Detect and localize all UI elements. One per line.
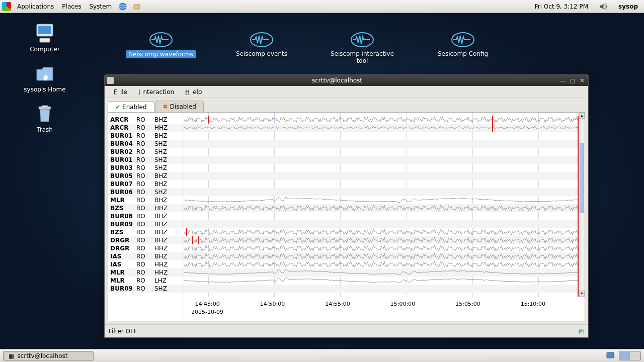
- applications-menu[interactable]: Applications: [13, 2, 58, 12]
- computer-label: Computer: [22, 46, 67, 53]
- channel-row[interactable]: ARCRROHHZ: [108, 124, 184, 132]
- browser-launcher-icon[interactable]: [118, 2, 127, 11]
- config-label: Sesicomp Config: [438, 50, 488, 57]
- workspace-pager[interactable]: [619, 351, 641, 360]
- tab-disabled[interactable]: ✖Disabled: [155, 101, 204, 112]
- user-menu[interactable]: sysop: [614, 2, 642, 12]
- time-tick: 14:45:00: [195, 301, 219, 307]
- channel-row[interactable]: BUR01ROSHZ: [108, 156, 184, 164]
- help-menu[interactable]: Help: [179, 87, 205, 97]
- channel-row[interactable]: MLRROHHZ: [108, 268, 184, 277]
- svg-rect-4: [38, 26, 51, 34]
- time-tick: 14:55:00: [325, 301, 350, 307]
- channel-row[interactable]: MLRROBHZ: [108, 196, 184, 204]
- window-icon: [107, 77, 114, 84]
- waveforms-label: Seiscomp waveforms: [126, 50, 196, 58]
- channel-row[interactable]: MLRROLHZ: [108, 277, 184, 285]
- vertical-scrollbar[interactable]: ▴ ▾: [579, 113, 585, 297]
- window-title: scrttv@localhost: [117, 77, 557, 84]
- channel-row[interactable]: BUR07ROBHZ: [108, 180, 184, 188]
- desktop[interactable]: Computer sysop's Home Trash Seiscomp wav…: [0, 13, 644, 349]
- file-menu[interactable]: File: [108, 87, 130, 97]
- statusbar: Filter OFF ◩: [105, 324, 588, 337]
- home-folder-icon[interactable]: sysop's Home: [22, 63, 67, 93]
- channel-row[interactable]: BZSROBHZ: [108, 228, 184, 236]
- channel-row[interactable]: IASROHHZ: [108, 260, 184, 268]
- x-icon: ✖: [163, 103, 168, 110]
- time-tick: 15:05:00: [455, 301, 480, 307]
- channel-row[interactable]: BUR09ROBHZ: [108, 220, 184, 228]
- channel-row[interactable]: BUR05ROBHZ: [108, 172, 184, 180]
- check-icon: ✔: [115, 104, 120, 111]
- resize-grip-icon[interactable]: ◩: [579, 328, 584, 335]
- channel-row[interactable]: BUR06ROSHZ: [108, 188, 184, 196]
- time-axis: 14:45:0014:50:0014:55:0015:00:0015:05:00…: [184, 299, 579, 319]
- channel-row[interactable]: DRGRROBHZ: [108, 236, 184, 244]
- svg-rect-5: [40, 38, 50, 42]
- time-date: 2015-10-09: [191, 309, 223, 315]
- seiscomp-config-launcher[interactable]: Sesicomp Config: [428, 31, 498, 64]
- channel-row[interactable]: BUR09ROSHZ: [108, 285, 184, 293]
- channel-row[interactable]: BUR08ROBHZ: [108, 212, 184, 220]
- svg-rect-11: [607, 352, 614, 358]
- tab-disabled-label: Disabled: [170, 103, 196, 110]
- time-tick: 15:00:00: [390, 301, 415, 307]
- waveform-panel: ARCRROBHZARCRROHHZBUR01ROBHZBUR04ROSHZBU…: [108, 112, 585, 321]
- top-panel: Applications Places System Fri Oct 9, 3:…: [0, 0, 644, 13]
- time-tick: 15:10:00: [521, 301, 545, 307]
- tab-enabled-label: Enabled: [122, 104, 147, 111]
- tabbar: ✔Enabled ✖Disabled: [105, 98, 588, 112]
- scroll-thumb[interactable]: [580, 143, 584, 213]
- titlebar[interactable]: scrttv@localhost — ▢ ✕: [105, 75, 588, 86]
- svg-rect-2: [134, 5, 140, 9]
- channel-row[interactable]: DRGRROHHZ: [108, 244, 184, 252]
- channel-row[interactable]: IASROBHZ: [108, 252, 184, 260]
- filter-status: Filter OFF: [109, 328, 137, 335]
- seiscomp-events-launcher[interactable]: Seiscomp events: [226, 31, 297, 64]
- task-scrttv[interactable]: ▦ scrttv@localhost: [3, 351, 94, 361]
- launcher-row: Seiscomp waveforms Seiscomp events Seisc…: [126, 31, 498, 64]
- home-label: sysop's Home: [22, 86, 67, 93]
- svg-point-0: [119, 3, 126, 10]
- channel-row[interactable]: BUR04ROSHZ: [108, 140, 184, 148]
- task-label: scrttv@localhost: [17, 352, 67, 359]
- tab-enabled[interactable]: ✔Enabled: [108, 101, 154, 113]
- window-menubar: File Interaction Help: [105, 86, 588, 98]
- seiscomp-waveforms-launcher[interactable]: Seiscomp waveforms: [126, 31, 196, 64]
- channel-row[interactable]: BUR03ROSHZ: [108, 164, 184, 172]
- places-menu[interactable]: Places: [58, 2, 85, 12]
- task-icon: ▦: [9, 352, 14, 359]
- events-label: Seiscomp events: [236, 50, 287, 57]
- minimize-button[interactable]: —: [559, 77, 567, 84]
- scroll-down-button[interactable]: ▾: [579, 291, 585, 297]
- channel-row[interactable]: BUR02ROSHZ: [108, 148, 184, 156]
- computer-icon[interactable]: Computer: [22, 23, 67, 53]
- interactive-label: Seiscomp interactive tool: [327, 50, 397, 64]
- trace-area[interactable]: ▴ ▾: [184, 113, 585, 321]
- tray-app-icon[interactable]: [606, 350, 615, 361]
- scrttv-window: scrttv@localhost — ▢ ✕ File Interaction …: [104, 74, 589, 338]
- bottom-panel: ▦ scrttv@localhost: [0, 349, 644, 362]
- scroll-up-button[interactable]: ▴: [579, 113, 585, 119]
- distro-icon: [2, 2, 11, 11]
- channel-row[interactable]: BUR01ROBHZ: [108, 132, 184, 140]
- volume-icon[interactable]: [599, 2, 608, 11]
- filemanager-launcher-icon[interactable]: [132, 2, 141, 11]
- trash-label: Trash: [22, 126, 67, 133]
- interaction-menu[interactable]: Interaction: [132, 87, 177, 97]
- channel-row[interactable]: BZSROHHZ: [108, 204, 184, 212]
- tray: [606, 350, 641, 361]
- seiscomp-interactive-launcher[interactable]: Seiscomp interactive tool: [327, 31, 397, 64]
- channel-labels: ARCRROBHZARCRROHHZBUR01ROBHZBUR04ROSHZBU…: [108, 113, 184, 321]
- clock[interactable]: Fri Oct 9, 3:12 PM: [531, 2, 592, 12]
- system-menu[interactable]: System: [85, 2, 116, 12]
- close-button[interactable]: ✕: [578, 77, 586, 84]
- trash-icon[interactable]: Trash: [22, 104, 67, 133]
- time-tick: 14:50:00: [260, 301, 285, 307]
- channel-row[interactable]: ARCRROBHZ: [108, 116, 184, 124]
- maximize-button[interactable]: ▢: [569, 77, 577, 84]
